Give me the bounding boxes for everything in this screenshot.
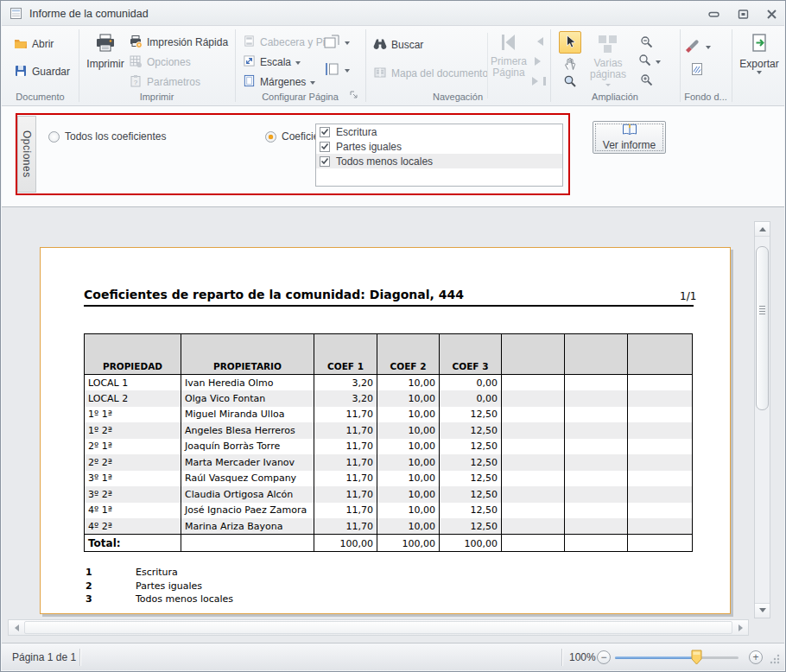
table-row: 3º 2ªClaudia Ortigosa Alcón11,7010,0012,…	[85, 486, 693, 503]
table-cell	[502, 375, 565, 391]
paper-size-button[interactable]	[323, 61, 350, 79]
table-cell: 11,70	[314, 486, 377, 503]
search-label: Buscar	[391, 39, 423, 51]
coefficient-listbox: Escritura Partes iguales Todos menos loc…	[315, 124, 563, 187]
print-options-button: Opciones	[129, 54, 191, 71]
table-cell	[565, 407, 628, 423]
checkbox-item[interactable]: Escritura	[316, 124, 562, 139]
scroll-up-icon[interactable]	[755, 222, 770, 237]
zoom-out-icon[interactable]	[638, 34, 654, 49]
open-button[interactable]: Abrir	[14, 35, 54, 53]
report-table-head-row: PROPIEDADPROPIETARIOCOEF 1COEF 2COEF 3	[85, 334, 693, 375]
margins-label: Márgenes	[260, 76, 306, 88]
minimize-button[interactable]	[702, 5, 725, 22]
page-orientation-button[interactable]	[323, 34, 350, 51]
vertical-scrollbar[interactable]	[754, 221, 770, 618]
radio-icon	[265, 131, 276, 143]
export-button[interactable]: Exportar	[735, 29, 783, 77]
table-cell: Miguel Miranda Ulloa	[181, 407, 314, 423]
coefficients-table: PROPIEDADPROPIETARIOCOEF 1COEF 2COEF 3 L…	[84, 333, 693, 552]
scale-icon	[243, 54, 256, 70]
radio-all-coefficients[interactable]: Todos los coeficientes	[48, 130, 166, 143]
horizontal-scrollbar-thumb[interactable]	[24, 621, 732, 634]
ribbon: Abrir Guardar Documento Imprimir Impresi…	[2, 26, 784, 106]
document-map-label: Mapa del documento	[391, 67, 488, 79]
watermark-button[interactable]	[689, 62, 705, 78]
scroll-right-icon[interactable]	[733, 620, 748, 635]
title-bar: Informe de la comunidad	[2, 2, 784, 26]
table-cell: 10,00	[377, 503, 440, 519]
chevron-down-icon	[295, 61, 301, 67]
margins-button[interactable]: Márgenes	[243, 73, 315, 91]
hand-tool-button[interactable]	[560, 55, 580, 74]
chevron-down-icon	[345, 69, 350, 75]
horizontal-scrollbar[interactable]	[8, 619, 749, 636]
table-cell: 10,00	[377, 390, 440, 407]
table-cell	[502, 439, 565, 455]
scroll-down-icon[interactable]	[755, 603, 770, 618]
clipboard-question-icon: ?	[129, 74, 143, 91]
table-cell	[502, 407, 565, 423]
thumb-grip	[759, 306, 765, 315]
table-cell: José Ignacio Paez Zamora	[181, 503, 314, 519]
group-caption-documento: Documento	[2, 92, 79, 102]
page-color-button[interactable]	[684, 38, 711, 55]
table-cell	[565, 518, 628, 535]
dialog-launcher-icon[interactable]	[350, 90, 360, 100]
close-icon[interactable]	[760, 5, 783, 22]
options-tab[interactable]: Opciones	[17, 116, 36, 193]
table-cell	[565, 375, 628, 391]
page-info: Página 1 de 1	[12, 651, 76, 663]
table-cell: Claudia Ortigosa Alcón	[181, 486, 314, 503]
quick-print-button[interactable]: Impresión Rápida	[129, 34, 228, 51]
magnifier-tool-button[interactable]	[561, 74, 579, 90]
header-footer-button: Cabecera y Pie	[243, 34, 331, 51]
checkbox-item[interactable]: Partes iguales	[316, 139, 562, 154]
checkbox-label: Todos menos locales	[336, 155, 433, 168]
floppy-icon	[14, 64, 28, 80]
footnote: 3Todos menos locales	[86, 593, 233, 606]
table-cell	[628, 407, 693, 423]
zoom-dropdown-button[interactable]	[638, 53, 661, 70]
table-row: 1º 1ªMiguel Miranda Ulloa11,7010,0012,50	[85, 407, 693, 423]
resize-grip[interactable]	[769, 653, 780, 667]
zoom-out-button[interactable]: −	[597, 650, 611, 664]
table-row: 3º 1ªRaúl Vasquez Company11,7010,0012,50	[85, 471, 693, 487]
header-footer-label: Cabecera y Pie	[260, 36, 331, 48]
vertical-scrollbar-thumb[interactable]	[756, 246, 769, 410]
restore-button[interactable]	[732, 5, 754, 22]
table-cell: Angeles Blesa Herreros	[181, 422, 314, 439]
table-cell: 0,00	[440, 375, 502, 391]
table-cell	[628, 486, 693, 503]
first-page-icon	[498, 32, 520, 55]
pointer-tool-button[interactable]	[559, 31, 581, 54]
table-cell: Total:	[85, 535, 181, 552]
zoom-in-button[interactable]: +	[749, 650, 763, 664]
chevron-down-icon	[757, 71, 762, 77]
print-button[interactable]: Imprimir	[86, 29, 125, 70]
scroll-left-icon[interactable]	[9, 620, 23, 635]
table-cell: 12,50	[440, 454, 502, 471]
search-button[interactable]: Buscar	[373, 36, 423, 54]
zoom-level: 100%	[569, 651, 596, 663]
document-preview[interactable]: Coeficientes de reparto de la comunidad:…	[2, 206, 784, 643]
header-cell: PROPIEDAD	[85, 334, 181, 375]
parameters-button: ? Parámetros	[129, 73, 200, 91]
table-cell: 10,00	[377, 407, 440, 423]
scale-button[interactable]: Escala	[243, 54, 301, 71]
table-cell: 12,50	[440, 471, 502, 487]
table-row: LOCAL 2Olga Vico Fontan3,2010,000,00	[85, 390, 693, 407]
table-total-row: Total:100,00100,00100,00	[85, 535, 693, 552]
checkbox-item[interactable]: Todos menos locales	[316, 154, 562, 168]
zoom-slider-thumb[interactable]	[691, 650, 702, 668]
paper-size-icon	[323, 61, 340, 79]
report-table-body: LOCAL 1Ivan Heredia Olmo3,2010,000,00LOC…	[85, 375, 693, 552]
table-cell	[628, 503, 693, 519]
view-report-button[interactable]: Ver informe	[593, 121, 666, 154]
zoom-in-icon[interactable]	[638, 72, 654, 87]
table-cell	[565, 439, 628, 455]
group-caption-ampliacion: Ampliación	[550, 92, 680, 102]
parameters-label: Parámetros	[147, 76, 200, 88]
print-label: Imprimir	[86, 58, 124, 70]
save-button[interactable]: Guardar	[14, 63, 70, 80]
